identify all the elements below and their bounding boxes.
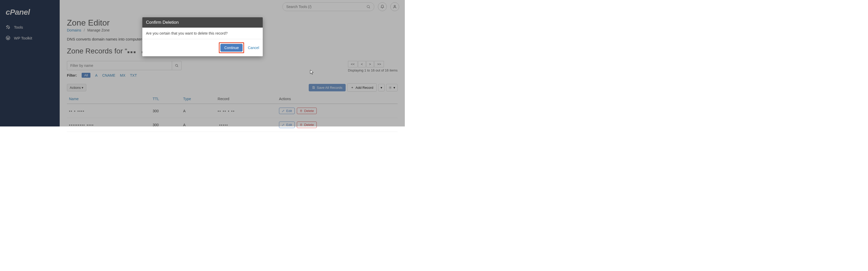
- modal-title: Confirm Deletion: [142, 17, 263, 28]
- continue-button[interactable]: Continue: [220, 44, 243, 52]
- confirm-deletion-modal: Confirm Deletion Are you certain that yo…: [142, 17, 263, 56]
- modal-body: Are you certain that you want to delete …: [142, 28, 263, 39]
- modal-footer: Continue Cancel: [142, 39, 263, 56]
- continue-highlight: Continue: [219, 42, 244, 53]
- cursor-icon: [310, 70, 314, 75]
- cancel-link[interactable]: Cancel: [248, 46, 259, 50]
- app-root: cPanel Tools WP Toolkit: [0, 0, 405, 127]
